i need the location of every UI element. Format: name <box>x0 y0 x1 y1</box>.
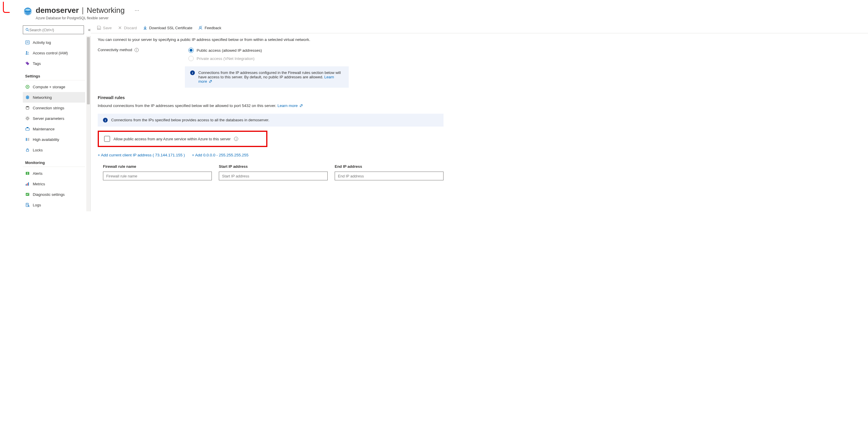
learn-more-link[interactable]: Learn more <box>277 103 303 108</box>
sidebar-item-logs[interactable]: Logs <box>23 200 85 210</box>
firewall-desc-text: Inbound connections from the IP addresse… <box>98 103 277 108</box>
info-icon[interactable]: i <box>134 48 139 52</box>
maintenance-icon <box>25 127 30 131</box>
sidebar-item-label: Metrics <box>33 182 45 186</box>
svg-rect-32 <box>27 174 28 174</box>
sidebar-item-server-parameters[interactable]: Server parameters <box>23 113 85 124</box>
sidebar-item-label: Activity log <box>33 40 51 45</box>
radio-indicator <box>188 56 194 61</box>
sidebar-item-maintenance[interactable]: Maintenance <box>23 124 85 134</box>
add-client-ip-link[interactable]: + Add current client IP address ( 73.144… <box>98 153 185 157</box>
download-ssl-button[interactable]: Download SSL Certificate <box>143 26 192 30</box>
allow-azure-checkbox[interactable] <box>104 136 110 142</box>
radio-public-access[interactable]: Public access (allowed IP addresses) <box>188 48 262 53</box>
sidebar-item-tags[interactable]: Tags <box>23 58 85 69</box>
save-label: Save <box>103 26 112 30</box>
people-icon <box>25 50 30 55</box>
svg-rect-25 <box>26 128 29 130</box>
firewall-table-header: Firewall rule name Start IP address End … <box>98 164 443 169</box>
learn-more-label: Learn more <box>277 103 298 108</box>
alerts-icon <box>25 171 30 176</box>
svg-line-21 <box>26 117 26 117</box>
sidebar-heading-monitoring: Monitoring <box>23 157 85 167</box>
svg-rect-29 <box>26 150 29 151</box>
page-title: Networking <box>87 6 125 15</box>
save-button[interactable]: Save <box>97 26 112 30</box>
firewall-end-ip-input[interactable] <box>335 172 443 180</box>
svg-line-24 <box>29 117 29 117</box>
svg-rect-35 <box>28 182 29 185</box>
info-icon: i <box>190 70 195 75</box>
radio-private-access: Private access (VNet Integration) <box>188 56 262 61</box>
tag-icon <box>25 61 30 66</box>
svg-point-9 <box>28 52 29 53</box>
sidebar-item-access-control[interactable]: Access control (IAM) <box>23 48 85 58</box>
connectivity-method-radiogroup: Public access (allowed IP addresses) Pri… <box>188 48 262 61</box>
sidebar-item-networking[interactable]: Networking <box>23 92 85 103</box>
sidebar: « Activity log Access control (IAM) <box>0 24 91 228</box>
firewall-rules-description: Inbound connections from the IP addresse… <box>98 103 443 108</box>
activity-log-icon <box>25 40 30 45</box>
logs-icon <box>25 203 30 207</box>
sidebar-item-alerts[interactable]: Alerts <box>23 168 85 179</box>
svg-rect-5 <box>26 41 29 44</box>
sidebar-item-metrics[interactable]: Metrics <box>23 179 85 189</box>
sidebar-item-label: Networking <box>33 95 52 100</box>
info-icon[interactable]: i <box>234 137 238 141</box>
sidebar-item-locks[interactable]: Locks <box>23 145 85 155</box>
banner-text: Connections from the IP addresses config… <box>198 70 341 79</box>
banner-text: Connections from the IPs specified below… <box>111 118 270 123</box>
svg-point-10 <box>26 62 27 63</box>
resource-icon <box>23 7 32 16</box>
collapse-sidebar-button[interactable]: « <box>88 27 91 32</box>
title-separator: | <box>82 6 84 15</box>
svg-rect-26 <box>27 127 28 128</box>
external-link-icon <box>209 80 212 83</box>
feedback-icon <box>198 26 203 30</box>
sidebar-item-diagnostic-settings[interactable]: Diagnostic settings <box>23 189 85 200</box>
sidebar-item-compute-storage[interactable]: Compute + storage <box>23 81 85 92</box>
sidebar-item-label: Diagnostic settings <box>33 192 65 197</box>
external-link-icon <box>300 104 303 107</box>
radio-label: Private access (VNet Integration) <box>196 57 254 61</box>
sidebar-item-label: Tags <box>33 61 41 66</box>
sidebar-item-high-availability[interactable]: High availability <box>23 134 85 145</box>
feedback-button[interactable]: Feedback <box>198 26 221 30</box>
intro-text: You can connect to your server by specif… <box>98 37 443 42</box>
svg-point-3 <box>26 28 28 30</box>
server-name: demoserver <box>36 6 79 15</box>
sidebar-search-input[interactable] <box>29 28 81 32</box>
firewall-rule-row <box>98 172 443 180</box>
firewall-rule-name-input[interactable] <box>103 172 212 180</box>
sidebar-heading-settings: Settings <box>23 70 85 80</box>
sidebar-scrollbar[interactable] <box>86 36 90 211</box>
download-icon <box>143 26 148 30</box>
col-end-ip: End IP address <box>335 164 443 169</box>
networking-icon <box>25 95 30 100</box>
firewall-rules-heading: Firewall rules <box>98 95 443 100</box>
radio-indicator <box>188 48 194 53</box>
svg-rect-34 <box>27 183 28 185</box>
sidebar-search[interactable] <box>23 26 84 34</box>
connectivity-method-label: Connectivity method <box>98 48 132 52</box>
sidebar-item-activity-log[interactable]: Activity log <box>23 37 85 48</box>
allow-azure-label: Allow public access from any Azure servi… <box>114 137 230 141</box>
svg-point-15 <box>26 106 29 107</box>
more-button[interactable]: ⋯ <box>134 8 139 13</box>
sidebar-item-label: Access control (IAM) <box>33 51 68 55</box>
firewall-start-ip-input[interactable] <box>219 172 328 180</box>
svg-rect-31 <box>27 172 28 174</box>
svg-rect-27 <box>26 138 27 141</box>
sidebar-item-label: Locks <box>33 148 43 152</box>
metrics-icon <box>25 181 30 186</box>
col-rule-name: Firewall rule name <box>103 164 212 169</box>
firewall-scope-banner: i Connections from the IPs specified bel… <box>98 114 443 127</box>
sidebar-item-label: Connection strings <box>33 106 64 110</box>
svg-point-8 <box>26 52 27 53</box>
sidebar-item-label: High availability <box>33 137 59 142</box>
search-icon <box>26 28 29 32</box>
sidebar-item-connection-strings[interactable]: Connection strings <box>23 103 85 113</box>
sidebar-item-label: Alerts <box>33 171 42 176</box>
add-full-range-link[interactable]: + Add 0.0.0.0 - 255.255.255.255 <box>192 153 248 157</box>
discard-button[interactable]: Discard <box>118 26 137 30</box>
